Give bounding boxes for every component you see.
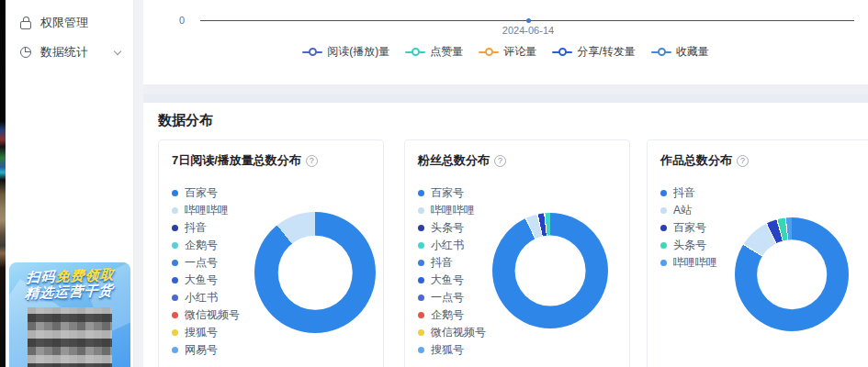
trend-legend-item[interactable]: 评论量 <box>479 44 536 60</box>
trend-legend-label: 评论量 <box>503 44 536 60</box>
legend-label: A站 <box>673 203 692 218</box>
legend-label: 搜狐号 <box>431 342 464 358</box>
help-icon[interactable]: ? <box>494 155 506 167</box>
legend-dot-icon <box>660 207 667 214</box>
legend-item[interactable]: 搜狐号 <box>172 324 240 341</box>
chevron-down-icon[interactable] <box>114 48 121 55</box>
legend-label: 抖音 <box>431 255 453 271</box>
legend-label: 搜狐号 <box>185 325 218 340</box>
legend-dot-icon <box>418 225 424 231</box>
legend-dot-icon <box>172 225 178 231</box>
trend-legend-item[interactable]: 点赞量 <box>405 44 463 60</box>
trend-legend-item[interactable]: 分享/转发量 <box>552 44 635 60</box>
trend-chart-card: 0 2024-06-14 阅读(播放)量点赞量评论量分享/转发量收藏量 <box>143 0 868 84</box>
legend-dot-icon <box>418 242 424 249</box>
legend-item[interactable]: 抖音 <box>418 254 486 272</box>
legend-label: 百家号 <box>185 185 218 201</box>
card-title: 7日阅读/播放量总数分布 ? <box>172 152 318 169</box>
trend-legend-item[interactable]: 收藏量 <box>651 44 709 60</box>
legend-item[interactable]: 大鱼号 <box>418 272 486 289</box>
fans-distribution-card: 粉丝总数分布 ? 百家号哔哩哔哩头条号小红书抖音大鱼号一点号企鹅号微信视频号搜狐… <box>404 139 630 367</box>
section-gap-band <box>143 95 868 103</box>
legend-item[interactable]: 企鹅号 <box>418 306 486 324</box>
legend-dot-icon <box>172 295 178 301</box>
legend-item[interactable]: 搜狐号 <box>418 341 486 359</box>
legend-item[interactable]: 微信视频号 <box>172 306 240 324</box>
legend-label: 抖音 <box>185 220 207 236</box>
promo-headline: 扫码免费领取 精选运营干货 <box>9 266 130 302</box>
legend-label: 企鹅号 <box>185 238 218 253</box>
legend-label: 微信视频号 <box>431 325 486 340</box>
sidebar-item-permissions[interactable]: 权限管理 <box>6 9 133 37</box>
legend-dot-icon <box>172 329 178 336</box>
lock-icon <box>20 21 31 29</box>
legend-item[interactable]: 小红书 <box>172 289 240 306</box>
legend-item[interactable]: 网易号 <box>172 341 240 359</box>
trend-legend-label: 收藏量 <box>676 44 709 60</box>
trend-chart-legend: 阅读(播放)量点赞量评论量分享/转发量收藏量 <box>143 44 868 60</box>
pie-chart-icon <box>20 47 31 58</box>
section-title: 数据分布 <box>158 112 213 129</box>
help-icon[interactable]: ? <box>306 155 318 167</box>
legend-label: 微信视频号 <box>185 307 240 323</box>
legend-item[interactable]: 头条号 <box>660 237 717 254</box>
donut-chart-fans[interactable] <box>492 213 608 328</box>
legend-item[interactable]: 抖音 <box>660 184 717 202</box>
line-series-icon <box>479 48 499 57</box>
legend-item[interactable]: 企鹅号 <box>172 237 240 254</box>
trend-legend-label: 阅读(播放)量 <box>327 44 389 60</box>
legend-label: 哔哩哔哩 <box>673 255 717 271</box>
dashboard: 权限管理 数据统计 扫码免费领取 精选运营干货 0 2024-06-14 阅读(… <box>0 0 868 367</box>
legend-dot-icon <box>660 225 667 231</box>
data-point-dot[interactable] <box>526 18 531 23</box>
legend-item[interactable]: 头条号 <box>418 219 486 237</box>
legend-dot-icon <box>418 260 424 266</box>
legend-label: 头条号 <box>673 238 706 253</box>
promo-banner[interactable]: 扫码免费领取 精选运营干货 <box>9 262 130 367</box>
legend-item[interactable]: 百家号 <box>418 184 486 202</box>
sidebar-item-label: 数据统计 <box>40 44 88 61</box>
legend-item[interactable]: 微信视频号 <box>418 324 486 341</box>
legend-item[interactable]: 大鱼号 <box>172 272 240 289</box>
legend-label: 头条号 <box>431 220 464 236</box>
line-series-icon <box>552 48 572 57</box>
legend-label: 大鱼号 <box>431 272 464 288</box>
legend-item[interactable]: 百家号 <box>660 219 717 237</box>
pie-legend: 百家号哔哩哔哩抖音企鹅号一点号大鱼号小红书微信视频号搜狐号网易号 <box>172 184 240 359</box>
donut-chart-works[interactable] <box>735 217 849 331</box>
sidebar-item-data-statistics[interactable]: 数据统计 <box>6 39 133 66</box>
help-icon[interactable]: ? <box>737 155 749 167</box>
legend-label: 小红书 <box>431 238 464 253</box>
card-title: 作品总数分布 ? <box>660 152 749 169</box>
legend-item[interactable]: 哔哩哔哩 <box>172 202 240 219</box>
legend-dot-icon <box>172 207 178 214</box>
legend-item[interactable]: 小红书 <box>418 237 486 254</box>
legend-label: 哔哩哔哩 <box>185 203 229 218</box>
legend-item[interactable]: A站 <box>660 202 717 219</box>
legend-item[interactable]: 哔哩哔哩 <box>418 202 486 219</box>
legend-label: 百家号 <box>431 185 464 201</box>
x-axis-tick-label: 2024-06-14 <box>482 25 574 36</box>
trend-legend-item[interactable]: 阅读(播放)量 <box>302 44 389 60</box>
legend-label: 小红书 <box>185 290 218 306</box>
legend-item[interactable]: 抖音 <box>172 219 240 237</box>
qr-code-image <box>28 307 112 367</box>
legend-label: 大鱼号 <box>185 272 218 288</box>
works-distribution-card: 作品总数分布 ? 抖音A站百家号头条号哔哩哔哩 <box>647 139 868 367</box>
legend-dot-icon <box>172 312 178 318</box>
legend-dot-icon <box>172 190 178 196</box>
legend-dot-icon <box>172 260 178 266</box>
legend-dot-icon <box>660 260 667 266</box>
legend-item[interactable]: 百家号 <box>172 184 240 202</box>
pie-legend: 百家号哔哩哔哩头条号小红书抖音大鱼号一点号企鹅号微信视频号搜狐号 <box>418 184 486 359</box>
trend-legend-label: 分享/转发量 <box>577 44 635 60</box>
donut-chart-reads[interactable] <box>254 212 376 333</box>
legend-dot-icon <box>660 190 667 196</box>
legend-item[interactable]: 哔哩哔哩 <box>660 254 717 272</box>
legend-dot-icon <box>418 295 424 301</box>
legend-dot-icon <box>172 277 178 284</box>
legend-item[interactable]: 一点号 <box>418 289 486 306</box>
line-series-icon <box>302 48 322 57</box>
legend-item[interactable]: 一点号 <box>172 254 240 272</box>
legend-label: 百家号 <box>673 220 706 236</box>
